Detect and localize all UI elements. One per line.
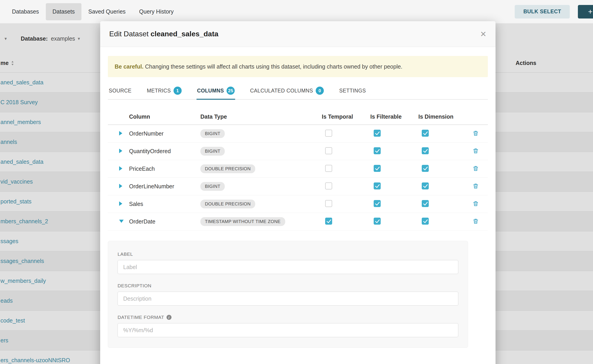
info-icon[interactable]: i bbox=[166, 315, 171, 320]
data-type-pill: DOUBLE PRECISION bbox=[200, 200, 255, 208]
delete-column-icon[interactable] bbox=[473, 148, 479, 154]
table-row: PriceEach DOUBLE PRECISION bbox=[108, 160, 488, 178]
tab-label: METRICS bbox=[147, 88, 171, 94]
is-temporal-checkbox[interactable] bbox=[325, 200, 332, 207]
add-dataset-button[interactable]: + bbox=[578, 5, 593, 19]
is-filterable-checkbox[interactable] bbox=[374, 218, 381, 225]
is-filterable-checkbox[interactable] bbox=[374, 165, 381, 172]
table-row: OrderNumber BIGINT bbox=[108, 125, 488, 143]
modal-title: Edit Dataset cleaned_sales_data bbox=[109, 30, 218, 38]
tab-label: COLUMNS bbox=[197, 88, 224, 94]
is-dimension-checkbox[interactable] bbox=[422, 130, 429, 137]
delete-column-icon[interactable] bbox=[473, 165, 479, 172]
metrics-count-badge: 1 bbox=[173, 87, 182, 95]
table-row: Sales DOUBLE PRECISION bbox=[108, 195, 488, 213]
delete-column-icon[interactable] bbox=[473, 201, 479, 207]
tab-columns[interactable]: COLUMNS 25 bbox=[197, 87, 235, 99]
is-filterable-checkbox[interactable] bbox=[374, 182, 381, 189]
column-name: OrderDate bbox=[129, 218, 200, 225]
nav-right-actions: BULK SELECT + bbox=[515, 0, 593, 23]
delete-column-icon[interactable] bbox=[473, 183, 479, 189]
data-type-pill: BIGINT bbox=[200, 129, 225, 138]
data-type-pill: DOUBLE PRECISION bbox=[200, 164, 255, 173]
delete-column-icon[interactable] bbox=[473, 218, 479, 224]
modal-title-prefix: Edit Dataset bbox=[109, 30, 148, 38]
is-dimension-checkbox[interactable] bbox=[422, 200, 429, 207]
plus-icon: + bbox=[588, 7, 593, 16]
data-type-pill: BIGINT bbox=[200, 182, 225, 191]
is-temporal-header: Is Temporal bbox=[322, 113, 370, 120]
bulk-select-button[interactable]: BULK SELECT bbox=[515, 5, 570, 19]
is-temporal-checkbox[interactable] bbox=[325, 165, 332, 172]
tab-label: SOURCE bbox=[109, 88, 132, 94]
is-temporal-checkbox[interactable] bbox=[325, 218, 332, 225]
label-input[interactable] bbox=[118, 260, 458, 274]
is-dimension-checkbox[interactable] bbox=[422, 182, 429, 189]
is-dimension-checkbox[interactable] bbox=[422, 165, 429, 172]
tab-label: CALCULATED COLUMNS bbox=[250, 88, 313, 94]
modal-header: Edit Dataset cleaned_sales_data ✕ bbox=[100, 21, 495, 47]
description-input[interactable] bbox=[118, 292, 458, 306]
is-dimension-header: Is Dimension bbox=[418, 113, 473, 120]
expand-caret-icon[interactable] bbox=[119, 131, 122, 136]
is-filterable-header: Is Filterable bbox=[370, 113, 418, 120]
warning-banner-text: Changing these settings will affect all … bbox=[144, 63, 402, 70]
warning-banner: Be careful. Changing these settings will… bbox=[108, 56, 488, 77]
column-name: Sales bbox=[129, 201, 200, 207]
column-header: Column bbox=[129, 113, 200, 120]
tab-label: SETTINGS bbox=[339, 88, 366, 94]
data-type-pill: TIMESTAMP WITHOUT TIME ZONE bbox=[200, 217, 285, 226]
tab-settings[interactable]: SETTINGS bbox=[339, 87, 366, 99]
datetime-format-input[interactable] bbox=[118, 323, 458, 337]
close-icon[interactable]: ✕ bbox=[480, 30, 487, 38]
collapse-caret-icon[interactable] bbox=[119, 220, 124, 223]
delete-column-icon[interactable] bbox=[473, 130, 479, 136]
tab-source[interactable]: SOURCE bbox=[108, 87, 132, 99]
data-type-header: Data Type bbox=[200, 113, 322, 120]
main-nav: Databases Datasets Saved Queries Query H… bbox=[0, 0, 593, 23]
expand-caret-icon[interactable] bbox=[119, 202, 122, 206]
tab-calculated-columns[interactable]: CALCULATED COLUMNS 0 bbox=[250, 87, 324, 99]
modal-title-dataset-name: cleaned_sales_data bbox=[151, 30, 218, 38]
nav-item-datasets[interactable]: Datasets bbox=[46, 3, 82, 20]
is-dimension-checkbox[interactable] bbox=[422, 218, 429, 225]
expand-caret-icon[interactable] bbox=[119, 166, 122, 171]
column-name: PriceEach bbox=[129, 166, 200, 172]
datetime-format-field-label: DATETIME FORMAT i bbox=[118, 315, 458, 320]
column-name: OrderLineNumber bbox=[129, 183, 200, 190]
is-temporal-checkbox[interactable] bbox=[325, 130, 332, 137]
columns-count-badge: 25 bbox=[227, 87, 235, 95]
nav-item-saved-queries[interactable]: Saved Queries bbox=[81, 3, 132, 20]
tab-metrics[interactable]: METRICS 1 bbox=[146, 87, 182, 99]
column-name: OrderNumber bbox=[129, 130, 200, 137]
description-field-label: DESCRIPTION bbox=[118, 283, 458, 288]
expand-caret-icon[interactable] bbox=[119, 184, 122, 188]
column-detail-panel: LABEL DESCRIPTION DATETIME FORMAT i bbox=[108, 241, 468, 348]
is-filterable-checkbox[interactable] bbox=[374, 130, 381, 137]
warning-banner-bold: Be careful. bbox=[115, 63, 144, 70]
table-row: OrderDate TIMESTAMP WITHOUT TIME ZONE bbox=[108, 213, 488, 230]
modal-tabs: SOURCE METRICS 1 COLUMNS 25 CALCULATED C… bbox=[108, 87, 488, 100]
nav-item-databases[interactable]: Databases bbox=[5, 3, 46, 20]
data-type-pill: BIGINT bbox=[200, 147, 225, 156]
nav-item-query-history[interactable]: Query History bbox=[132, 3, 180, 20]
modal-body: Be careful. Changing these settings will… bbox=[100, 56, 495, 348]
table-row: OrderLineNumber BIGINT bbox=[108, 178, 488, 195]
column-name: QuantityOrdered bbox=[129, 148, 200, 155]
expand-caret-icon[interactable] bbox=[119, 149, 122, 153]
columns-table-header: Column Data Type Is Temporal Is Filterab… bbox=[108, 109, 488, 125]
label-field-label: LABEL bbox=[118, 252, 458, 257]
edit-dataset-modal: Edit Dataset cleaned_sales_data ✕ Be car… bbox=[100, 21, 495, 364]
is-filterable-checkbox[interactable] bbox=[374, 147, 381, 154]
is-dimension-checkbox[interactable] bbox=[422, 147, 429, 154]
is-temporal-checkbox[interactable] bbox=[325, 182, 332, 189]
is-temporal-checkbox[interactable] bbox=[325, 147, 332, 154]
columns-table: Column Data Type Is Temporal Is Filterab… bbox=[108, 109, 488, 230]
calculated-columns-count-badge: 0 bbox=[316, 87, 324, 95]
is-filterable-checkbox[interactable] bbox=[374, 200, 381, 207]
table-row: QuantityOrdered BIGINT bbox=[108, 143, 488, 160]
